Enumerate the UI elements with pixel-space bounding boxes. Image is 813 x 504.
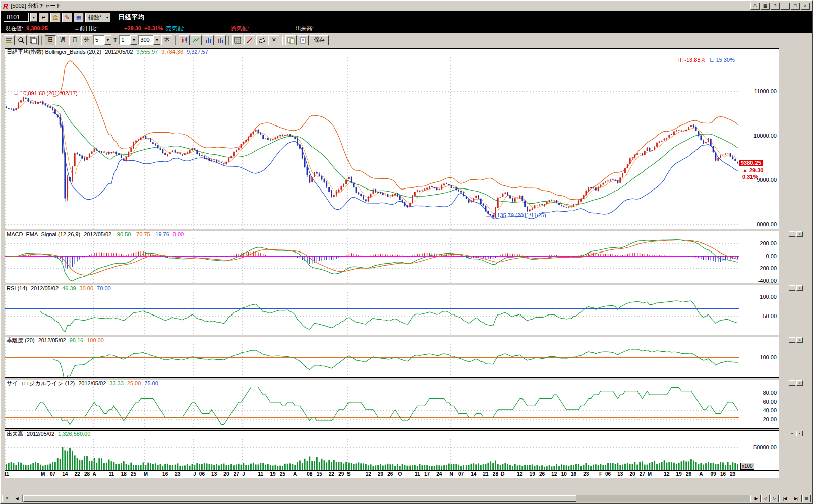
- panel-close-button[interactable]: ×: [796, 231, 803, 237]
- period-month-button[interactable]: 月: [69, 35, 80, 45]
- minute-interval-value: 5: [93, 35, 104, 45]
- scrollbar-thumb[interactable]: [23, 495, 576, 502]
- axis-tick-label: 10000.00: [753, 133, 777, 139]
- chevron-down-icon[interactable]: ▼: [153, 35, 160, 45]
- step-back-button[interactable]: ◁: [761, 495, 770, 502]
- pencil-icon[interactable]: [244, 35, 255, 45]
- copy-page-icon[interactable]: [28, 35, 39, 45]
- index-type-dropdown[interactable]: 指数* ▼: [85, 13, 110, 22]
- panel-close-button[interactable]: ×: [796, 285, 803, 291]
- candle-chart-icon[interactable]: [179, 35, 190, 45]
- bar-count-dropdown[interactable]: 300 ▼: [138, 35, 160, 45]
- period-day-button[interactable]: 日: [45, 35, 56, 45]
- minimize-button[interactable]: ─: [781, 3, 790, 10]
- line-chart-icon[interactable]: [191, 35, 202, 45]
- page-new-icon[interactable]: [298, 35, 309, 45]
- panel-minimize-button[interactable]: ─: [789, 285, 795, 291]
- step-forward-button[interactable]: ▷: [770, 495, 779, 502]
- window-layout-button[interactable]: ▦: [761, 3, 770, 10]
- xaxis-label: D: [498, 471, 508, 477]
- indicator-date: 2012/05/02: [31, 285, 59, 292]
- page-copy-icon[interactable]: [285, 35, 297, 45]
- volume-plot-area: [5, 438, 739, 470]
- panel-minimize-button[interactable]: ─: [789, 337, 795, 343]
- list-icon[interactable]: ≡: [2, 495, 12, 502]
- zoom-icon[interactable]: [16, 35, 27, 45]
- jump-start-button[interactable]: |◀: [779, 495, 790, 502]
- maximize-button[interactable]: □: [791, 3, 800, 10]
- period-week-button[interactable]: 週: [57, 35, 68, 45]
- panel-close-button[interactable]: ×: [796, 380, 803, 386]
- xaxis-label: 18: [119, 471, 129, 477]
- macd-panel-header: MACD_EMA_Signal (12,26,9) 2012/05/02 -90…: [5, 231, 779, 238]
- kairi-panel: 乖離度 (20) 2012/05/02 98.16 100.00 100.00 …: [5, 337, 779, 378]
- macd-value: -90.50: [115, 231, 131, 238]
- panel-minimize-button[interactable]: ─: [789, 380, 795, 386]
- settings-icon[interactable]: [4, 35, 15, 45]
- bar-chart-icon[interactable]: [203, 35, 214, 45]
- xaxis-label: 20: [375, 471, 385, 477]
- chevron-down-icon[interactable]: ▼: [104, 35, 111, 45]
- psycho-plot-area: [5, 387, 739, 428]
- panel-minimize-button[interactable]: ─: [789, 231, 795, 237]
- xaxis-label: 12: [549, 471, 559, 477]
- mini-chart-icon[interactable]: ▦: [74, 13, 84, 22]
- volume-bars-icon[interactable]: [215, 35, 226, 45]
- volume-chart-canvas[interactable]: [5, 438, 739, 470]
- xaxis-label: 14: [469, 471, 479, 477]
- macd-chart-canvas[interactable]: [5, 238, 739, 283]
- bars-unit-button[interactable]: 本: [161, 35, 172, 45]
- scroll-right-button[interactable]: ▶: [752, 495, 761, 502]
- grid-icon[interactable]: [232, 35, 243, 45]
- xaxis-label: 11: [256, 471, 266, 477]
- close-button[interactable]: ×: [801, 3, 810, 10]
- jump-end-button[interactable]: ▶|: [791, 495, 802, 502]
- psycho-upper-level: 75.00: [144, 380, 158, 387]
- save-button[interactable]: 保存: [310, 35, 329, 45]
- xaxis-row: 11M07142228A111825M1623J06132027J111925A…: [1, 471, 812, 478]
- delete-icon[interactable]: ✕: [268, 35, 279, 45]
- arrow-left-icon: ←: [485, 212, 491, 218]
- tick-count-dropdown[interactable]: 1 ▼: [119, 35, 137, 45]
- macd-axis: 200.000.00-200.00-400.00: [739, 238, 779, 283]
- panel-minimize-button[interactable]: ─: [789, 431, 795, 436]
- main-chart-canvas[interactable]: [5, 56, 739, 229]
- psycho-panel: サイコロジカルライン (12) 2012/05/02 33.33 25.00 7…: [5, 380, 779, 429]
- xaxis-label: 07: [456, 471, 467, 477]
- code-input[interactable]: 0101: [4, 13, 29, 22]
- memo-icon[interactable]: ✎: [62, 13, 72, 22]
- code-dropdown-button[interactable]: ▼: [30, 13, 37, 22]
- window-a-button[interactable]: A: [750, 3, 760, 10]
- indicator-title: RSI (14): [7, 285, 27, 292]
- psycho-axis: 80.0060.0040.0020.00: [739, 387, 779, 428]
- xaxis-label: 12: [662, 471, 672, 477]
- layout-grid-button[interactable]: ▦: [802, 495, 811, 502]
- period-minute-button[interactable]: 分: [81, 35, 92, 45]
- panel-close-button[interactable]: ×: [796, 337, 803, 343]
- minute-interval-dropdown[interactable]: 5 ▼: [93, 35, 111, 45]
- bb-upper-value: 9,784.36: [161, 49, 183, 56]
- indicator-date: 2012/05/02: [78, 380, 106, 387]
- psycho-value: 33.33: [109, 380, 124, 387]
- panel-close-button[interactable]: ×: [796, 431, 803, 436]
- axis-tick-label: 100.00: [760, 294, 777, 300]
- scrollbar-track[interactable]: [22, 495, 751, 502]
- psycho-chart-canvas[interactable]: [5, 387, 739, 428]
- axis-tick-label: 100.00: [760, 354, 777, 360]
- return-icon[interactable]: ↵: [39, 13, 49, 22]
- volume-value: 1,326,580.00: [58, 431, 90, 438]
- chevron-down-icon[interactable]: ▼: [130, 35, 137, 45]
- eraser-icon[interactable]: [256, 35, 267, 45]
- help-button[interactable]: ?: [771, 3, 780, 10]
- change-pct: +0.31%: [144, 25, 163, 31]
- kairi-chart-canvas[interactable]: [5, 344, 739, 377]
- scroll-left-button[interactable]: ◀: [13, 495, 21, 502]
- price-change-value: ▲ 29.30: [742, 167, 763, 173]
- separator: [282, 36, 283, 45]
- xaxis-label: 23: [581, 471, 591, 477]
- xaxis-label: 25: [277, 471, 287, 477]
- app-window: R [5002] 分析チャート A ▦ ? ─ □ × 0101 ▼ ↵ 金 ✎…: [0, 0, 813, 504]
- gold-icon[interactable]: 金: [50, 13, 61, 22]
- bar-count-value: 300: [138, 35, 153, 45]
- rsi-chart-canvas[interactable]: [5, 292, 739, 335]
